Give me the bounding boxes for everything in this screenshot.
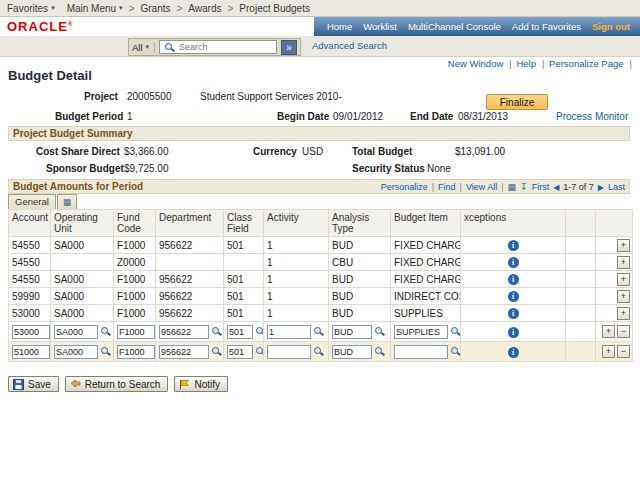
- notify-button[interactable]: Notify: [174, 376, 228, 392]
- info-icon[interactable]: i: [508, 347, 519, 358]
- delete-row-button[interactable]: −: [617, 345, 630, 358]
- info-icon[interactable]: i: [508, 291, 519, 302]
- lookup-icon[interactable]: [211, 326, 222, 337]
- view-all-link[interactable]: View All: [466, 181, 504, 194]
- account-cell: 54550: [9, 237, 51, 254]
- search-input[interactable]: [177, 41, 274, 53]
- department-cell: 956622: [156, 305, 224, 322]
- chevron-down-icon: ▾: [119, 4, 123, 12]
- tab-general[interactable]: General: [8, 194, 56, 209]
- analysis-type-cell: [329, 322, 391, 342]
- account-cell: [9, 322, 51, 342]
- search-icon: [164, 42, 175, 53]
- next-page-icon[interactable]: ▶: [598, 181, 604, 194]
- fund-code-input[interactable]: [117, 345, 155, 359]
- lookup-icon[interactable]: [255, 326, 264, 337]
- department-input[interactable]: [159, 325, 209, 339]
- favorites-menu[interactable]: Favorites ▾: [7, 3, 55, 14]
- lookup-icon[interactable]: [374, 326, 385, 337]
- add-row-button[interactable]: +: [617, 290, 630, 303]
- fund-code-input[interactable]: [117, 325, 155, 339]
- sign-out-link[interactable]: Sign out: [592, 21, 630, 32]
- operating-unit-input[interactable]: [54, 325, 98, 339]
- process-monitor-link[interactable]: Process Monitor: [556, 111, 628, 122]
- show-all-columns-tab[interactable]: ▦: [57, 194, 77, 209]
- info-icon[interactable]: i: [508, 308, 519, 319]
- department-input[interactable]: [159, 345, 209, 359]
- main-menu[interactable]: Main Menu ▾: [67, 3, 123, 14]
- return-to-search-button[interactable]: Return to Search: [65, 376, 169, 392]
- finalize-button[interactable]: Finalize: [486, 94, 548, 110]
- search-bar: All ▾ » Advanced Search: [0, 36, 640, 57]
- row-range: 1-7 of 7: [563, 181, 594, 194]
- oracle-logo-text: ORACLE: [7, 19, 68, 34]
- budget-item-cell: SUPPLIES: [391, 305, 461, 322]
- col-activity: Activity: [264, 210, 329, 237]
- add-row-button[interactable]: +: [617, 239, 630, 252]
- lookup-icon[interactable]: [100, 346, 111, 357]
- info-icon[interactable]: i: [508, 327, 519, 338]
- lookup-icon[interactable]: [255, 346, 264, 357]
- delete-row-button[interactable]: −: [617, 325, 630, 338]
- lookup-icon[interactable]: [450, 326, 461, 337]
- activity-input[interactable]: [267, 325, 311, 339]
- spacer-cell: [566, 305, 596, 322]
- last-link[interactable]: Last: [608, 181, 625, 194]
- total-budget-label: Total Budget: [352, 146, 412, 157]
- find-link[interactable]: Find: [438, 181, 462, 194]
- download-icon[interactable]: ↧: [520, 181, 528, 194]
- account-input[interactable]: [12, 345, 50, 359]
- class-field-input[interactable]: [227, 345, 253, 359]
- lookup-icon[interactable]: [313, 326, 324, 337]
- analysis-type-input[interactable]: [332, 325, 372, 339]
- budget-item-input[interactable]: [394, 325, 448, 339]
- breadcrumb-project-budgets[interactable]: Project Budgets: [239, 3, 310, 14]
- class-field-input[interactable]: [227, 325, 253, 339]
- row-actions-cell: +: [596, 305, 633, 322]
- breadcrumb-grants[interactable]: Grants: [140, 3, 170, 14]
- lookup-icon[interactable]: [313, 346, 324, 357]
- advanced-search-link[interactable]: Advanced Search: [312, 40, 387, 51]
- budget-item-input[interactable]: [394, 345, 448, 359]
- multichannel-console-link[interactable]: MultiChannel Console: [408, 21, 501, 32]
- add-row-button[interactable]: +: [602, 325, 615, 338]
- exceptions-cell: i: [461, 288, 566, 305]
- sponsor-budget-value: $9,725.00: [124, 163, 169, 174]
- search-go-button[interactable]: »: [281, 40, 297, 55]
- lookup-icon[interactable]: [100, 326, 111, 337]
- breadcrumb-awards[interactable]: Awards: [188, 3, 221, 14]
- add-row-button[interactable]: +: [617, 307, 630, 320]
- personalize-page-link[interactable]: Personalize Page: [549, 58, 634, 69]
- operating-unit-input[interactable]: [54, 345, 98, 359]
- activity-input[interactable]: [267, 345, 311, 359]
- first-link[interactable]: First: [532, 181, 550, 194]
- budget-item-cell: FIXED CHARGES: [391, 271, 461, 288]
- operating-unit-cell: [51, 342, 114, 362]
- account-input[interactable]: [12, 325, 50, 339]
- budget-period-label: Budget Period: [55, 111, 123, 122]
- lookup-icon[interactable]: [374, 346, 385, 357]
- help-link[interactable]: Help: [516, 58, 546, 69]
- add-row-button[interactable]: +: [617, 256, 630, 269]
- lookup-icon[interactable]: [211, 346, 222, 357]
- info-icon[interactable]: i: [508, 274, 519, 285]
- lookup-icon[interactable]: [450, 346, 461, 357]
- info-icon[interactable]: i: [508, 257, 519, 268]
- worklist-link[interactable]: Worklist: [363, 21, 397, 32]
- add-to-favorites-link[interactable]: Add to Favorites: [512, 21, 581, 32]
- personalize-link[interactable]: Personalize: [381, 181, 434, 194]
- save-button[interactable]: Save: [8, 376, 59, 392]
- analysis-type-cell: BUD: [329, 271, 391, 288]
- info-icon[interactable]: i: [508, 240, 519, 251]
- analysis-type-input[interactable]: [332, 345, 372, 359]
- add-row-button[interactable]: +: [617, 273, 630, 286]
- new-window-link[interactable]: New Window: [448, 58, 514, 69]
- grid-icon[interactable]: ▦: [508, 181, 517, 194]
- table-row: i+−: [9, 342, 633, 362]
- add-row-button[interactable]: +: [602, 345, 615, 358]
- brand-bar: ORACLE® Home Worklist MultiChannel Conso…: [0, 17, 640, 36]
- home-link[interactable]: Home: [327, 21, 352, 32]
- previous-page-icon[interactable]: ◀: [553, 181, 559, 194]
- footer-toolbar: Save Return to Search Notify: [8, 376, 228, 392]
- search-scope-select[interactable]: All ▾: [132, 42, 155, 53]
